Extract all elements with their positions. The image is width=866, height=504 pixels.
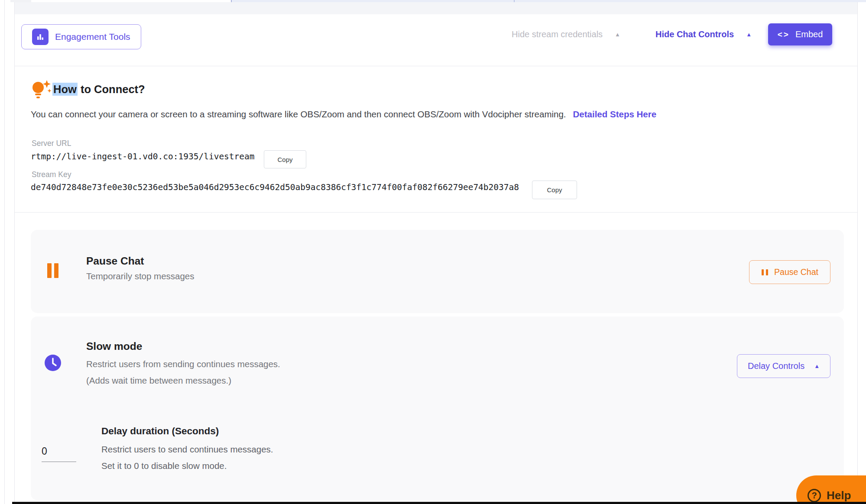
main-panel: Engagement Tools Hide stream credentials… xyxy=(14,0,858,504)
pause-chat-subtitle: Temporarily stop messages xyxy=(86,271,195,281)
slow-mode-title: Slow mode xyxy=(86,340,280,352)
help-label: Help xyxy=(827,489,851,502)
stream-key-value: de740d72848e73fe0e30c5236ed53be5a046d295… xyxy=(31,182,519,192)
hide-stream-credentials-toggle[interactable]: Hide stream credentials ▲ xyxy=(512,29,620,39)
divider xyxy=(15,212,857,213)
stream-key-label: Stream Key xyxy=(32,170,71,179)
pause-icon xyxy=(761,268,769,276)
connect-description-text: You can connect your camera or screen to… xyxy=(31,109,566,119)
divider xyxy=(15,66,857,66)
how-to-connect-title: How to Connect? xyxy=(52,83,145,96)
hide-stream-credentials-label: Hide stream credentials xyxy=(512,29,603,39)
engagement-tools-label: Engagement Tools xyxy=(55,32,130,42)
delay-controls-button[interactable]: Delay Controls ▲ xyxy=(737,354,830,378)
embed-label: Embed xyxy=(795,29,823,39)
clock-icon xyxy=(45,355,61,373)
help-button[interactable]: ? Help xyxy=(796,475,866,504)
engagement-tools-button[interactable]: Engagement Tools xyxy=(21,24,141,49)
delay-controls-label: Delay Controls xyxy=(748,361,804,371)
embed-button[interactable]: <> Embed xyxy=(768,23,832,45)
detailed-steps-link[interactable]: Detailed Steps Here xyxy=(573,109,657,119)
delay-description-line2: Set it to 0 to disable slow mode. xyxy=(101,458,273,474)
selected-text: How xyxy=(52,83,78,96)
question-mark-icon: ? xyxy=(808,489,821,502)
left-panel-divider xyxy=(4,0,5,504)
pause-icon xyxy=(47,263,60,280)
hide-chat-controls-toggle[interactable]: Hide Chat Controls ▲ xyxy=(655,29,752,39)
page: Engagement Tools Hide stream credentials… xyxy=(0,0,866,504)
caret-up-icon: ▲ xyxy=(746,32,752,37)
lightbulb-icon xyxy=(31,79,52,103)
delay-duration-input[interactable] xyxy=(42,441,76,462)
slow-mode-description-line2: (Adds wait time between messages.) xyxy=(86,372,280,389)
copy-server-url-button[interactable]: Copy xyxy=(264,150,306,168)
pause-chat-button-label: Pause Chat xyxy=(774,267,818,277)
tab-strip-remnant xyxy=(0,0,866,2)
title-rest: to Connect? xyxy=(78,83,145,95)
code-icon: <> xyxy=(778,30,790,39)
pause-chat-title: Pause Chat xyxy=(86,255,195,267)
slow-mode-description-line1: Restrict users from sending continues me… xyxy=(86,356,280,372)
bottom-edge-bar xyxy=(12,502,866,504)
hide-chat-controls-label: Hide Chat Controls xyxy=(655,29,734,39)
caret-up-icon: ▲ xyxy=(814,363,820,369)
slow-mode-card: Slow mode Restrict users from sending co… xyxy=(31,317,844,500)
tab-divider xyxy=(231,0,232,2)
tab-divider xyxy=(514,0,515,2)
top-gray-band xyxy=(15,2,857,14)
tab-fragment xyxy=(231,0,866,2)
delay-duration-title: Delay duration (Seconds) xyxy=(101,426,273,437)
pause-chat-button[interactable]: Pause Chat xyxy=(749,260,830,284)
bar-chart-icon xyxy=(32,29,49,45)
caret-up-icon: ▲ xyxy=(615,32,620,37)
tab-fragment xyxy=(10,0,31,2)
delay-description-line1: Restrict users to send continues message… xyxy=(101,441,273,458)
connect-description: You can connect your camera or screen to… xyxy=(31,109,656,120)
server-url-value: rtmp://live-ingest-01.vd0.co:1935/livest… xyxy=(31,152,255,162)
pause-chat-card: Pause Chat Temporarily stop messages Pau… xyxy=(31,230,844,313)
server-url-label: Server URL xyxy=(32,139,71,148)
copy-stream-key-button[interactable]: Copy xyxy=(532,181,577,199)
delay-duration-block: Delay duration (Seconds) Restrict users … xyxy=(101,426,273,474)
